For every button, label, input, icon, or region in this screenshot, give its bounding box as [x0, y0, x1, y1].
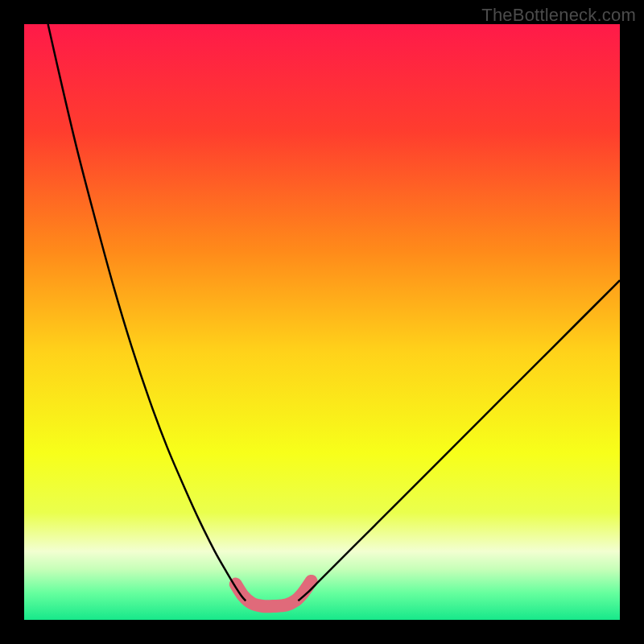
outer-frame: TheBottleneck.com: [0, 0, 644, 644]
gradient-background: [24, 24, 620, 620]
chart-plot-area: [24, 24, 620, 620]
watermark-text: TheBottleneck.com: [481, 5, 636, 26]
chart-svg: [24, 24, 620, 620]
